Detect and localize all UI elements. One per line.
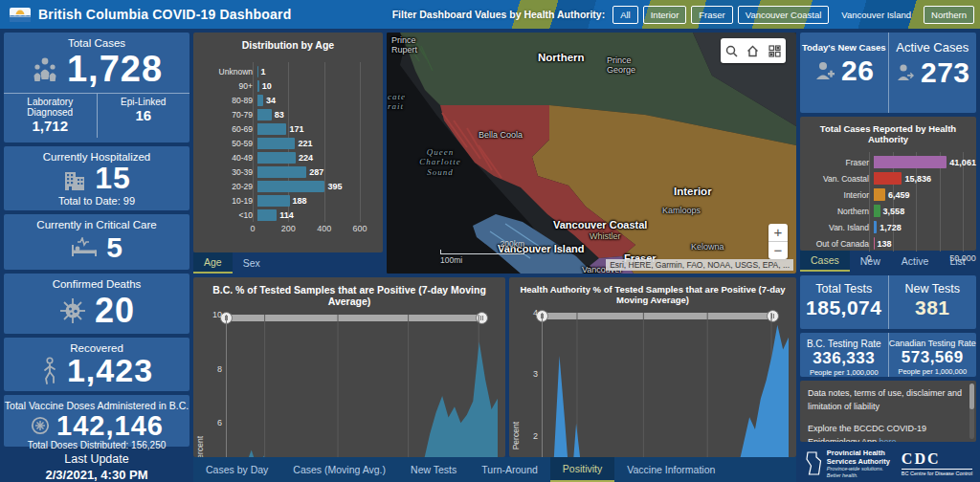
home-icon[interactable]	[746, 45, 759, 57]
tab-turn-around[interactable]: Turn-Around	[469, 457, 550, 482]
app-header: British Columbia COVID-19 Dashboard Filt…	[0, 0, 980, 29]
bccdc-mark: CDC	[902, 451, 972, 467]
bar-value-label: 83	[275, 110, 284, 120]
epidemiology-app-period: .	[897, 437, 900, 442]
people-group-icon	[31, 55, 59, 85]
bar-category-label: <10	[201, 210, 257, 220]
notes-scrollbar[interactable]	[969, 383, 974, 439]
bar-value-label: 1	[261, 67, 266, 77]
bar-row: 20-29395	[201, 179, 375, 193]
bar-category-label: Fraser	[806, 158, 874, 167]
y-axis-tick: 4	[533, 308, 538, 318]
phsa-tagline1: Province-wide solutions.	[827, 466, 890, 472]
basemap-gallery-icon[interactable]	[768, 45, 781, 57]
filter-button-interior[interactable]: Interior	[643, 6, 687, 24]
last-update-value: 2/3/2021, 4:30 PM	[4, 468, 189, 482]
health-authority-map[interactable]: Prince Rupert Northern Prince George cat…	[387, 33, 796, 274]
bar	[257, 195, 290, 207]
tab-age[interactable]: Age	[193, 252, 233, 274]
hospitalized-card: Currently Hospitalized 15 Total to Date:…	[4, 146, 189, 210]
walking-person-icon	[40, 357, 59, 385]
filter-button-vancouver-island[interactable]: Vancouver Island	[834, 6, 919, 24]
tab-vaccine-information[interactable]: Vaccine Information	[614, 457, 727, 482]
tab-cases[interactable]: Cases	[800, 251, 850, 272]
map-toolbar	[721, 38, 786, 63]
bar-value-label: 3,558	[883, 207, 905, 216]
bar-category-label: Northern	[806, 207, 874, 216]
bar-value-label: 10	[262, 81, 272, 91]
map-label-prince-george: Prince George	[607, 55, 645, 76]
critical-care-value: 5	[106, 232, 123, 263]
epidemiology-app-text: Explore the BCCDC COVID-19 Epidemiology …	[808, 424, 926, 442]
bar-value-label: 6,459	[888, 190, 910, 200]
active-cases-value: 273	[921, 56, 970, 89]
filter-button-northern[interactable]: Northern	[924, 6, 974, 24]
new-active-cases-card: Today's New Cases 26 Active Cases 273	[800, 33, 976, 113]
y-axis-tick: 2	[533, 431, 538, 441]
map-label-interior: Interior	[674, 186, 712, 198]
new-tests-label: New Tests	[889, 275, 977, 296]
bar-value-label: 221	[298, 139, 312, 148]
filter-button-vancouver-coastal[interactable]: Vancouver Coastal	[738, 6, 830, 24]
tab-cases-by-day[interactable]: Cases by Day	[193, 457, 280, 482]
map-label-bella-coola: Bella Coola	[479, 130, 523, 140]
vaccine-title: Total Vaccine Doses Administered in B.C.	[4, 395, 189, 411]
bar-row: Northern3,558	[806, 203, 970, 219]
bar-category-label: Interior	[806, 190, 874, 200]
tab-positivity[interactable]: Positivity	[550, 457, 614, 482]
map-label-kelowna: Kelowna	[691, 242, 724, 252]
ca-testing-rate-unit: People per 1,000,000	[889, 367, 977, 381]
tests-card: Total Tests 185,074 New Tests 381	[800, 275, 976, 329]
deaths-card: Confirmed Deaths 20	[4, 274, 189, 334]
tab-sex[interactable]: Sex	[233, 252, 271, 274]
x-axis-tick: 0	[866, 253, 871, 263]
bar-category-label: 70-79	[201, 110, 257, 120]
x-axis-tick: 50,000	[949, 253, 976, 263]
bar	[257, 181, 324, 192]
new-case-person-icon	[813, 59, 836, 82]
bar	[257, 95, 263, 106]
lab-diagnosed-value: 1,712	[4, 118, 97, 134]
filter-button-all[interactable]: All	[612, 6, 638, 24]
phsa-logo: Provincial Health Services Authority Pro…	[804, 449, 890, 479]
zoom-out-button[interactable]: −	[768, 241, 788, 259]
bccdc-logo: CDC BC Centre for Disease Control	[902, 451, 972, 476]
active-case-person-icon	[895, 62, 916, 83]
epidemiology-app-link[interactable]: here	[880, 437, 897, 442]
ca-testing-rate-value: 573,569	[889, 348, 977, 367]
last-update-label: Last Update	[4, 452, 189, 466]
filter-label: Filter Dashboard Values by Health Author…	[392, 9, 605, 20]
bar	[874, 188, 885, 201]
bar-category-label: 20-29	[201, 182, 257, 191]
zoom-in-button[interactable]: +	[768, 224, 788, 241]
total-cases-title: Total Cases	[4, 33, 189, 49]
map-label-queen-charlotte-sound: Queen Charlotte Sound	[410, 147, 471, 177]
bar-value-label: 171	[289, 124, 303, 134]
tab-cases-moving-avg[interactable]: Cases (Moving Avg.)	[280, 457, 398, 482]
filter-button-fraser[interactable]: Fraser	[691, 6, 732, 24]
search-icon[interactable]	[725, 45, 738, 57]
age-chart-title: Distribution by Age	[201, 33, 375, 55]
bar-value-label: 188	[293, 196, 307, 206]
x-axis-tick: 200	[281, 224, 296, 233]
age-distribution-chart: Unknown190+1080-893470-798360-6917150-59…	[201, 62, 375, 235]
bccdc-name: BC Centre for Disease Control	[902, 469, 972, 476]
ha-positivity-panel: Health Authority % of Tested Samples tha…	[509, 277, 796, 457]
bar-category-label: 80-89	[201, 96, 257, 105]
map-zoom-control: + −	[768, 224, 788, 259]
bc-logo-icon	[10, 8, 31, 22]
bar	[257, 80, 259, 92]
bar-value-label: 287	[309, 167, 323, 177]
tab-new-tests[interactable]: New Tests	[398, 457, 469, 482]
age-sex-tabbar: Age Sex	[193, 252, 383, 274]
data-notes-panel: Data notes, terms of use, disclaimer and…	[800, 381, 976, 442]
hospitalized-note: Total to Date: 99	[4, 195, 189, 207]
recovered-card: Recovered 1,423	[4, 338, 189, 391]
bar-value-label: 15,836	[904, 174, 931, 184]
bar-row: Unknown1	[201, 64, 375, 78]
critical-care-card: Currently in Critical Care 5	[4, 214, 189, 270]
hospital-icon	[62, 167, 87, 190]
page-title: British Columbia COVID-19 Dashboard	[38, 7, 291, 22]
bar-category-label: 90+	[201, 81, 257, 91]
total-tests-value: 185,074	[800, 296, 888, 325]
